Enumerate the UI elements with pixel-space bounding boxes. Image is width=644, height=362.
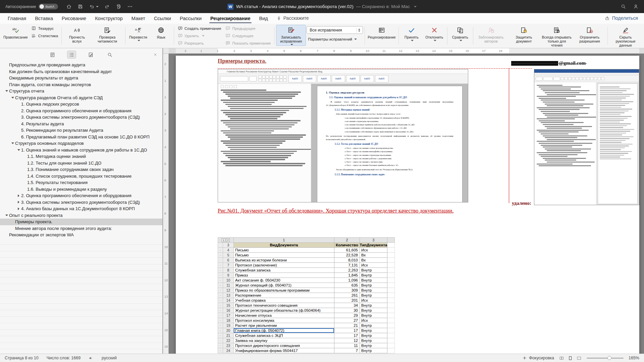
reject-button[interactable]: Отклонить	[423, 25, 445, 42]
read-aloud-button[interactable]: AПрочесть вслух	[63, 25, 91, 44]
zoom-slider-thumb[interactable]	[607, 356, 611, 360]
tab-8[interactable]: Вид	[255, 14, 272, 24]
redo-button[interactable]	[104, 4, 110, 9]
restrict-button[interactable]: Ограничить разрешения	[574, 25, 606, 44]
tab-3[interactable]: Конструктор	[91, 14, 127, 24]
markup-options-button[interactable]: Параметры исправлений	[307, 37, 363, 42]
sidebar-item[interactable]: План аудита, состав команды экспертов	[0, 81, 162, 88]
language-indicator[interactable]: русский	[102, 356, 117, 360]
sidebar-item[interactable]: Структура основных подразделов	[0, 140, 162, 147]
zoom-slider[interactable]	[587, 358, 624, 359]
user-button[interactable]	[633, 4, 639, 9]
chevron-down-icon[interactable]	[16, 149, 21, 151]
sidebar-item[interactable]: 1.4. Список сотрудников, прошедших тести…	[0, 173, 162, 180]
sidebar-item[interactable]: 1. Оценка людских ресурсов	[0, 101, 162, 108]
stepper-icon[interactable]	[357, 28, 362, 33]
sidebar-item[interactable]: Как должен быть организован качественный…	[0, 68, 162, 75]
translate-button[interactable]: аAПеревести	[127, 25, 149, 42]
chevron-down-icon[interactable]	[10, 97, 15, 99]
sidebar-item[interactable]: Рекомендации от экспертов WA	[0, 232, 162, 238]
autosave-switch[interactable]: ВЫКЛ.	[39, 4, 58, 9]
sidebar-item[interactable]: Предпосылки для проведения аудита	[0, 62, 162, 68]
chevron-right-icon[interactable]	[16, 207, 21, 210]
sidebar-item[interactable]: 4. Результаты аудита	[0, 121, 162, 127]
home-button[interactable]	[66, 4, 72, 9]
sidebar-item[interactable]: 1.5. Результаты тестирования	[0, 179, 162, 186]
sidebar-item[interactable]: 4. Анализ базы данных на 1С.Документообо…	[0, 205, 162, 212]
chevron-right-icon[interactable]	[16, 201, 21, 203]
sidebar-item[interactable]: 3. Оценка системы электронного документо…	[0, 199, 162, 206]
sidebar-item[interactable]: 5. Рекомендации по результатам Аудита	[0, 127, 162, 134]
outline-tool-button[interactable]	[67, 51, 76, 59]
language-button[interactable]: Язык	[150, 25, 172, 40]
tab-6[interactable]: Рассылки	[175, 14, 206, 24]
document-page[interactable]: Примеры проекта. Главная Вставка Рисован…	[176, 56, 639, 354]
new-comment-button[interactable]: Создать примечание	[176, 25, 223, 32]
print-button[interactable]	[116, 4, 121, 9]
sidebar-item[interactable]: Примеры проекта.	[0, 219, 162, 225]
sidebar-item[interactable]: Мнение автора после проведения этого ауд…	[0, 225, 162, 232]
revisions-view-dropdown[interactable]: Все исправления	[307, 26, 363, 34]
view-print-button[interactable]	[568, 356, 573, 361]
spellcheck-button[interactable]: abcПравописание	[2, 25, 29, 40]
view-web-button[interactable]	[577, 356, 582, 361]
review-pane-button[interactable]: Рецензирование	[367, 25, 396, 40]
sidebar-item[interactable]: Опыт с реального проекта	[0, 212, 162, 219]
chevron-right-icon[interactable]	[16, 194, 21, 197]
save-button[interactable]	[77, 4, 83, 9]
readonly-button[interactable]: Всегда открывать только для чтения	[541, 25, 573, 48]
zoom-level[interactable]: 165%	[629, 356, 639, 360]
sidebar-item[interactable]: 3. Оценка системы электронного документо…	[0, 114, 162, 121]
share-button[interactable]: Поделиться	[602, 13, 641, 24]
sidebar-item[interactable]: 1.1. Методика оценки знаний	[0, 153, 162, 160]
sidebar-item[interactable]: Структура отчета	[0, 88, 162, 95]
tab-5[interactable]: Ссылки	[150, 14, 175, 24]
view-read-button[interactable]	[559, 356, 564, 361]
undo-button[interactable]	[89, 4, 99, 9]
tab-2[interactable]: Рисование	[57, 14, 91, 24]
readability-button[interactable]: Проверка читаемости	[91, 25, 123, 44]
column-header[interactable]: 1	[234, 237, 334, 243]
sidebar-item[interactable]: 6. Предлагаемый план развития СЭД на осн…	[0, 134, 162, 140]
chevron-down-icon[interactable]	[4, 215, 9, 216]
save-location[interactable]: — Сохранено в: Мой Mac	[356, 4, 410, 9]
tab-4[interactable]: Макет	[127, 14, 150, 24]
wordcount-button[interactable]: 123Статистика	[30, 32, 60, 39]
thesaurus-button[interactable]: Тезаурус	[30, 25, 60, 32]
sidebar-item[interactable]: 2. Оценка программного обеспечения и обо…	[0, 108, 162, 114]
sidebar-item[interactable]: Структура разделов Отчета об аудите СЭД	[0, 95, 162, 101]
search-tool-button[interactable]	[105, 51, 114, 59]
thumbnails-tool-button[interactable]	[48, 51, 57, 59]
accept-button[interactable]: Принять	[400, 25, 423, 42]
tell-me-button[interactable]: Расскажите	[272, 13, 313, 24]
sidebar-item[interactable]: 1.2. Тесты для оценки знаний 1С.ДО	[0, 160, 162, 167]
sidebar-item[interactable]: 1.6. Выводы и рекомендации к разделу	[0, 186, 162, 193]
page-indicator[interactable]: Страница 8 из 10	[5, 356, 39, 360]
compare-button[interactable]: Сравнить	[449, 25, 471, 42]
tab-0[interactable]: Главная	[3, 14, 31, 24]
track-changes-button[interactable]: Записывать исправления	[276, 25, 306, 46]
proofing-status[interactable]	[89, 356, 94, 361]
sidebar-item[interactable]: 1.3. Понимание сотрудниками своих задач	[0, 166, 162, 173]
chevron-down-icon[interactable]	[10, 142, 15, 144]
more-button[interactable]	[127, 4, 133, 9]
tab-1[interactable]: Вставка	[31, 14, 57, 24]
sidebar-item[interactable]: 2. Оценка программного обеспечения и обо…	[0, 192, 162, 199]
sidebar-item[interactable]: Ожидаемые результаты от аудита	[0, 75, 162, 81]
search-button[interactable]	[621, 4, 626, 9]
outline-level-buttons[interactable]: 12	[218, 237, 234, 243]
draft-tool-button[interactable]	[86, 51, 95, 59]
column-header[interactable]: 3	[360, 237, 387, 243]
chevron-down-icon[interactable]	[4, 90, 9, 92]
tab-7[interactable]: Рецензирование	[206, 14, 255, 24]
outline-level-button-1[interactable]: 1	[222, 238, 225, 242]
sidebar-item[interactable]: 1. Оценка знаний и навыков сотрудников д…	[0, 147, 162, 154]
column-header[interactable]: 2	[334, 237, 360, 243]
vertical-ruler[interactable]: 2112345678910111213141516	[163, 54, 169, 354]
protect-button[interactable]: Защитить документ	[508, 25, 540, 44]
autosave-toggle[interactable]: Автосохранение ВЫКЛ.	[5, 4, 58, 9]
focus-mode-button[interactable]: Фокусировка	[522, 356, 554, 360]
horizontal-ruler[interactable]: 21123456789101112131415161718	[169, 48, 644, 54]
word-count[interactable]: Число слов: 1669	[47, 356, 80, 360]
hide-ink-button[interactable]: Скрыть рукописные данные	[609, 25, 642, 48]
